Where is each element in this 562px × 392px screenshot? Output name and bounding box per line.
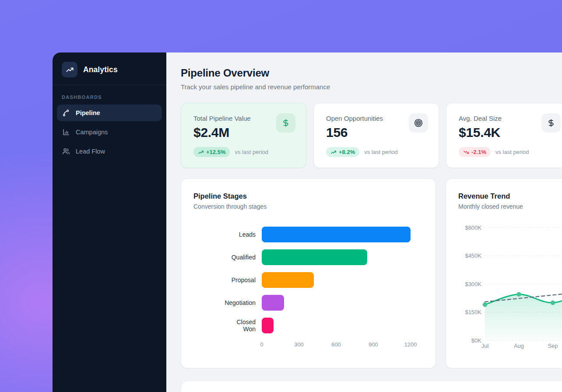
bar-track xyxy=(262,227,423,242)
charts-row: Pipeline Stages Conversion through stage… xyxy=(181,178,562,368)
bar-chart-icon xyxy=(62,128,70,136)
chart-title: Revenue Trend xyxy=(458,192,562,200)
sidebar-item-label: Lead Flow xyxy=(76,148,105,155)
bar-category-label: Qualified xyxy=(193,254,262,261)
kpi-card-avg-deal-size: Avg. Deal Size $15.4K -2.1% vs last peri… xyxy=(446,103,562,168)
sidebar-section-label: DASHBOARDS xyxy=(62,94,166,100)
chart-subtitle: Monthly closed revenue xyxy=(458,203,562,210)
x-axis-tick: 300 xyxy=(294,341,304,348)
chart-subtitle: Conversion through stages xyxy=(193,203,423,210)
sidebar-divider xyxy=(53,85,166,85)
x-axis-tick: 900 xyxy=(369,341,378,348)
page-title: Pipeline Overview xyxy=(181,67,562,79)
brand: Analytics xyxy=(53,52,166,85)
bar-category-label: Leads xyxy=(193,231,262,238)
analytics-logo-icon xyxy=(62,62,77,77)
pipeline-icon xyxy=(62,109,70,117)
kpi-row: Total Pipeline Value $2.4M +12.5% vs las… xyxy=(181,103,562,168)
x-axis-tick: Aug xyxy=(514,343,524,349)
users-icon xyxy=(62,147,70,155)
y-axis-tick: $600K xyxy=(465,224,481,231)
trending-up-icon xyxy=(198,149,204,155)
revenue-trend-card: Revenue Trend Monthly closed revenue $0K… xyxy=(446,178,562,368)
pipeline-stages-x-axis: 03006009001200 xyxy=(262,341,423,350)
kpi-delta-badge: +8.2% xyxy=(326,147,359,157)
bar-row: Qualified xyxy=(193,246,423,269)
x-axis-tick: Jul xyxy=(481,343,489,349)
area-fill xyxy=(485,290,562,340)
bar-category-label: Proposal xyxy=(193,276,262,284)
y-axis-tick: $450K xyxy=(465,252,481,259)
x-axis-tick: 1200 xyxy=(404,341,417,348)
bar-track xyxy=(262,295,423,311)
bar-segment[interactable] xyxy=(262,272,314,288)
revenue-trend-plot[interactable]: $0K$150K$300K$450K$600KJulAugSep xyxy=(446,222,562,369)
bar-row: Leads xyxy=(193,223,423,246)
sidebar-nav: Pipeline Campaigns Lead Flow xyxy=(53,105,166,162)
bar-track xyxy=(262,272,423,288)
x-axis-tick: Sep xyxy=(548,343,558,349)
bar-category-label: Negotiation xyxy=(193,299,262,306)
pipeline-stages-plot[interactable]: LeadsQualifiedProposalNegotiationClosedW… xyxy=(193,223,423,337)
bar-row: Proposal xyxy=(193,269,423,291)
bar-segment[interactable] xyxy=(262,295,284,311)
sidebar: Analytics DASHBOARDS Pipeline Campaigns … xyxy=(53,52,166,392)
pipeline-stages-card: Pipeline Stages Conversion through stage… xyxy=(181,178,436,368)
chart-title: Pipeline Stages xyxy=(193,192,423,200)
trending-down-icon xyxy=(463,149,469,155)
kpi-delta-badge: +12.5% xyxy=(193,147,230,157)
kpi-delta-badge: -2.1% xyxy=(459,147,491,157)
y-axis-tick: $150K xyxy=(465,309,481,315)
bar-segment[interactable] xyxy=(262,227,411,242)
app-window: Analytics DASHBOARDS Pipeline Campaigns … xyxy=(53,52,562,392)
data-point[interactable] xyxy=(483,302,487,307)
x-axis-tick: 0 xyxy=(260,341,263,348)
partially-visible-card xyxy=(181,381,562,392)
bar-track xyxy=(262,318,423,333)
page-subtitle: Track your sales pipeline and revenue pe… xyxy=(181,83,562,91)
data-point[interactable] xyxy=(516,292,521,296)
sidebar-item-campaigns[interactable]: Campaigns xyxy=(57,124,162,140)
dollar-sign-icon xyxy=(276,113,295,133)
sidebar-item-pipeline[interactable]: Pipeline xyxy=(57,105,162,121)
sidebar-item-lead-flow[interactable]: Lead Flow xyxy=(57,143,162,160)
main-content: Pipeline Overview Track your sales pipel… xyxy=(166,52,562,392)
target-icon xyxy=(409,113,428,133)
sidebar-item-label: Campaigns xyxy=(76,129,108,136)
bar-segment[interactable] xyxy=(262,318,274,333)
x-axis-tick: 600 xyxy=(331,341,341,348)
sidebar-item-label: Pipeline xyxy=(76,109,100,116)
app-title: Analytics xyxy=(83,65,118,74)
trending-up-icon xyxy=(330,149,337,155)
kpi-card-total-pipeline-value: Total Pipeline Value $2.4M +12.5% vs las… xyxy=(181,103,306,168)
dollar-sign-icon xyxy=(541,113,561,133)
kpi-note: vs last period xyxy=(235,149,268,155)
kpi-note: vs last period xyxy=(364,149,398,155)
kpi-card-open-opportunities: Open Opportunities 156 +8.2% vs last per… xyxy=(313,103,439,168)
y-axis-tick: $0K xyxy=(471,337,481,344)
bar-row: ClosedWon xyxy=(193,314,423,337)
bar-segment[interactable] xyxy=(262,249,367,265)
y-axis-tick: $300K xyxy=(465,281,481,287)
data-point[interactable] xyxy=(551,301,555,305)
bar-track xyxy=(262,249,423,265)
bar-category-label: ClosedWon xyxy=(193,318,262,332)
kpi-note: vs last period xyxy=(495,149,529,155)
bar-row: Negotiation xyxy=(193,291,423,314)
